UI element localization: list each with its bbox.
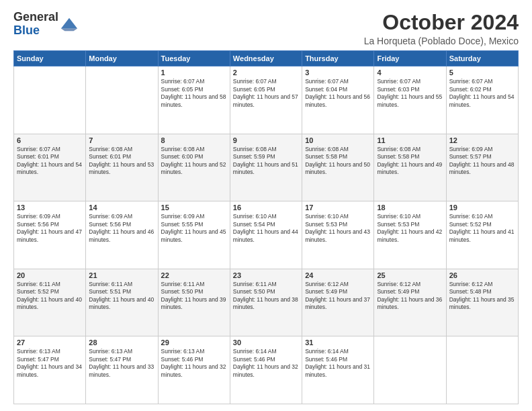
day-number: 20	[17, 271, 83, 279]
svg-marker-1	[61, 28, 77, 31]
logo-icon	[60, 15, 79, 34]
day-number: 23	[233, 271, 299, 279]
day-info: Sunrise: 6:10 AMSunset: 5:53 PMDaylight:…	[377, 213, 443, 244]
day-number: 11	[377, 136, 443, 144]
calendar-cell: 16Sunrise: 6:10 AMSunset: 5:54 PMDayligh…	[230, 201, 302, 269]
day-info: Sunrise: 6:12 AMSunset: 5:49 PMDaylight:…	[377, 281, 443, 312]
day-info: Sunrise: 6:11 AMSunset: 5:50 PMDaylight:…	[161, 281, 227, 312]
day-number: 13	[17, 203, 83, 212]
day-number: 28	[89, 338, 154, 347]
calendar-cell: 21Sunrise: 6:11 AMSunset: 5:51 PMDayligh…	[86, 269, 158, 336]
title-block: October 2024 La Horqueta (Poblado Doce),…	[364, 11, 519, 46]
calendar-cell: 29Sunrise: 6:13 AMSunset: 5:46 PMDayligh…	[158, 336, 230, 404]
day-info: Sunrise: 6:07 AMSunset: 6:05 PMDaylight:…	[233, 78, 299, 109]
svg-marker-0	[61, 17, 77, 28]
day-of-week-header: Monday	[86, 51, 158, 66]
logo: General Blue	[13, 11, 79, 38]
day-number: 10	[305, 136, 371, 144]
calendar-cell: 31Sunrise: 6:14 AMSunset: 5:46 PMDayligh…	[302, 336, 374, 404]
day-number: 8	[161, 136, 227, 144]
calendar-cell: 26Sunrise: 6:12 AMSunset: 5:48 PMDayligh…	[446, 269, 518, 336]
day-number: 14	[89, 203, 154, 212]
calendar-cell: 19Sunrise: 6:10 AMSunset: 5:52 PMDayligh…	[446, 201, 518, 269]
calendar-cell: 27Sunrise: 6:13 AMSunset: 5:47 PMDayligh…	[14, 336, 86, 404]
day-of-week-header: Friday	[374, 51, 446, 66]
day-info: Sunrise: 6:14 AMSunset: 5:46 PMDaylight:…	[305, 348, 371, 379]
day-info: Sunrise: 6:09 AMSunset: 5:56 PMDaylight:…	[89, 213, 154, 244]
calendar-cell: 11Sunrise: 6:08 AMSunset: 5:58 PMDayligh…	[374, 134, 446, 201]
day-number: 9	[233, 136, 299, 144]
day-info: Sunrise: 6:07 AMSunset: 6:02 PMDaylight:…	[449, 78, 515, 109]
day-number: 7	[89, 136, 154, 144]
day-info: Sunrise: 6:08 AMSunset: 5:58 PMDaylight:…	[305, 146, 371, 177]
day-number: 5	[449, 68, 515, 77]
day-info: Sunrise: 6:11 AMSunset: 5:52 PMDaylight:…	[17, 281, 83, 312]
day-info: Sunrise: 6:09 AMSunset: 5:56 PMDaylight:…	[17, 213, 83, 244]
day-of-week-header: Wednesday	[230, 51, 302, 66]
calendar-week-row: 6Sunrise: 6:07 AMSunset: 6:01 PMDaylight…	[14, 134, 519, 201]
page-header: General Blue October 2024 La Horqueta (P…	[13, 11, 519, 46]
day-of-week-header: Thursday	[302, 51, 374, 66]
day-info: Sunrise: 6:08 AMSunset: 6:00 PMDaylight:…	[161, 146, 227, 177]
day-info: Sunrise: 6:13 AMSunset: 5:46 PMDaylight:…	[161, 348, 227, 379]
calendar-cell: 3Sunrise: 6:07 AMSunset: 6:04 PMDaylight…	[302, 66, 374, 134]
day-info: Sunrise: 6:10 AMSunset: 5:53 PMDaylight:…	[305, 213, 371, 244]
calendar-cell: 13Sunrise: 6:09 AMSunset: 5:56 PMDayligh…	[14, 201, 86, 269]
day-info: Sunrise: 6:08 AMSunset: 6:01 PMDaylight:…	[89, 146, 154, 177]
calendar-cell: 17Sunrise: 6:10 AMSunset: 5:53 PMDayligh…	[302, 201, 374, 269]
day-number: 27	[17, 338, 83, 347]
calendar-cell: 4Sunrise: 6:07 AMSunset: 6:03 PMDaylight…	[374, 66, 446, 134]
day-number: 26	[449, 271, 515, 279]
calendar-cell	[374, 336, 446, 404]
calendar-cell: 12Sunrise: 6:09 AMSunset: 5:57 PMDayligh…	[446, 134, 518, 201]
day-number: 2	[233, 68, 299, 77]
day-number: 25	[377, 271, 443, 279]
calendar-cell: 30Sunrise: 6:14 AMSunset: 5:46 PMDayligh…	[230, 336, 302, 404]
calendar-cell: 1Sunrise: 6:07 AMSunset: 6:05 PMDaylight…	[158, 66, 230, 134]
day-info: Sunrise: 6:09 AMSunset: 5:57 PMDaylight:…	[449, 146, 515, 177]
calendar-cell: 25Sunrise: 6:12 AMSunset: 5:49 PMDayligh…	[374, 269, 446, 336]
calendar-table: SundayMondayTuesdayWednesdayThursdayFrid…	[13, 50, 519, 404]
logo-text: General Blue	[13, 11, 58, 38]
calendar-cell	[86, 66, 158, 134]
day-number: 31	[305, 338, 371, 347]
day-number: 12	[449, 136, 515, 144]
calendar-header-row: SundayMondayTuesdayWednesdayThursdayFrid…	[14, 51, 519, 66]
day-info: Sunrise: 6:12 AMSunset: 5:48 PMDaylight:…	[449, 281, 515, 312]
calendar-cell: 10Sunrise: 6:08 AMSunset: 5:58 PMDayligh…	[302, 134, 374, 201]
calendar-cell	[14, 66, 86, 134]
calendar-cell: 2Sunrise: 6:07 AMSunset: 6:05 PMDaylight…	[230, 66, 302, 134]
calendar-cell: 22Sunrise: 6:11 AMSunset: 5:50 PMDayligh…	[158, 269, 230, 336]
day-number: 3	[305, 68, 371, 77]
day-info: Sunrise: 6:07 AMSunset: 6:03 PMDaylight:…	[377, 78, 443, 109]
day-info: Sunrise: 6:11 AMSunset: 5:50 PMDaylight:…	[233, 281, 299, 312]
calendar-week-row: 1Sunrise: 6:07 AMSunset: 6:05 PMDaylight…	[14, 66, 519, 134]
calendar-cell: 9Sunrise: 6:08 AMSunset: 5:59 PMDaylight…	[230, 134, 302, 201]
calendar-cell: 7Sunrise: 6:08 AMSunset: 6:01 PMDaylight…	[86, 134, 158, 201]
day-number: 16	[233, 203, 299, 212]
day-number: 17	[305, 203, 371, 212]
day-info: Sunrise: 6:07 AMSunset: 6:01 PMDaylight:…	[17, 146, 83, 177]
calendar-cell: 15Sunrise: 6:09 AMSunset: 5:55 PMDayligh…	[158, 201, 230, 269]
day-number: 18	[377, 203, 443, 212]
day-number: 29	[161, 338, 227, 347]
day-info: Sunrise: 6:08 AMSunset: 5:58 PMDaylight:…	[377, 146, 443, 177]
day-number: 19	[449, 203, 515, 212]
day-number: 21	[89, 271, 154, 279]
calendar-week-row: 20Sunrise: 6:11 AMSunset: 5:52 PMDayligh…	[14, 269, 519, 336]
day-info: Sunrise: 6:13 AMSunset: 5:47 PMDaylight:…	[17, 348, 83, 379]
calendar-cell: 8Sunrise: 6:08 AMSunset: 6:00 PMDaylight…	[158, 134, 230, 201]
day-number: 24	[305, 271, 371, 279]
calendar-cell: 28Sunrise: 6:13 AMSunset: 5:47 PMDayligh…	[86, 336, 158, 404]
day-number: 30	[233, 338, 299, 347]
day-info: Sunrise: 6:10 AMSunset: 5:52 PMDaylight:…	[449, 213, 515, 244]
calendar-cell	[446, 336, 518, 404]
calendar-week-row: 27Sunrise: 6:13 AMSunset: 5:47 PMDayligh…	[14, 336, 519, 404]
day-info: Sunrise: 6:12 AMSunset: 5:49 PMDaylight:…	[305, 281, 371, 312]
day-number: 4	[377, 68, 443, 77]
day-of-week-header: Saturday	[446, 51, 518, 66]
calendar-subtitle: La Horqueta (Poblado Doce), Mexico	[364, 36, 519, 46]
calendar-week-row: 13Sunrise: 6:09 AMSunset: 5:56 PMDayligh…	[14, 201, 519, 269]
day-info: Sunrise: 6:13 AMSunset: 5:47 PMDaylight:…	[89, 348, 154, 379]
calendar-body: 1Sunrise: 6:07 AMSunset: 6:05 PMDaylight…	[14, 66, 519, 404]
